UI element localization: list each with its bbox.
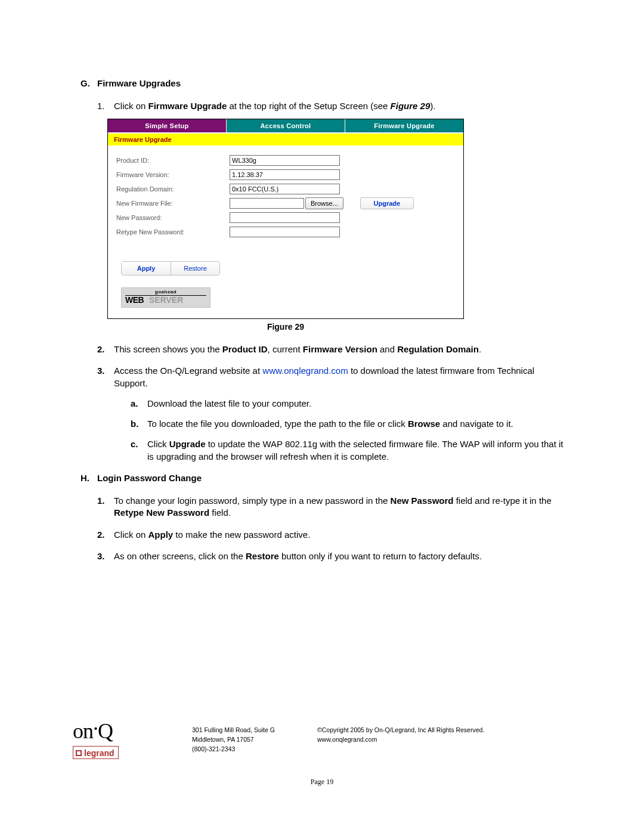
restore-button[interactable]: Restore — [171, 262, 219, 275]
text: As on other screens, click on the — [114, 551, 246, 561]
text: to update the WAP 802.11g with the selec… — [147, 439, 564, 461]
figure-caption: Figure 29 — [107, 321, 464, 333]
text-bold: Firmware Version — [303, 344, 377, 354]
legrand-text: legrand — [84, 748, 114, 758]
addr-phone: (800)-321-2343 — [192, 745, 317, 754]
label-new-firmware-file: New Firmware File: — [116, 199, 230, 208]
text: field. — [209, 507, 231, 518]
text-bold: New Password — [391, 496, 454, 506]
addr-line1: 301 Fulling Mill Road, Suite G — [192, 726, 317, 735]
text: at the top right of the Setup Screen (se… — [227, 101, 390, 111]
text: Download the latest file to your compute… — [147, 398, 311, 408]
label-firmware-version: Firmware Version: — [116, 171, 230, 179]
text: button only if you want to return to fac… — [279, 551, 482, 561]
onqlegrand-link[interactable]: www.onqlegrand.com — [262, 366, 348, 376]
input-retype-password[interactable] — [230, 227, 340, 237]
input-regulation-domain[interactable] — [230, 184, 340, 194]
text-bold: Restore — [246, 551, 279, 561]
server-text: SERVER — [149, 295, 183, 306]
tab-simple-setup[interactable]: Simple Setup — [108, 119, 226, 132]
g-step-3b: To locate the file you downloaded, type … — [131, 418, 569, 430]
g-step-3: Access the On-Q/Legrand website at www.o… — [97, 365, 569, 463]
text: Click — [147, 439, 169, 449]
text: , current — [268, 344, 303, 354]
g-step-2: This screen shows you the Product ID, cu… — [97, 343, 569, 355]
footer-address: 301 Fulling Mill Road, Suite G Middletow… — [192, 722, 317, 759]
panel-title: Firmware Upgrade — [108, 134, 463, 146]
text-bold: Retype New Password — [114, 507, 209, 518]
text-bold: Firmware Upgrade — [148, 101, 227, 111]
label-product-id: Product ID: — [116, 156, 230, 165]
text: to make the new password active. — [173, 529, 310, 540]
section-title: Firmware Upgrades — [97, 78, 181, 88]
apply-button[interactable]: Apply — [122, 262, 171, 275]
section-g-heading: G.Firmware Upgrades — [80, 78, 569, 89]
text: This screen shows you the — [114, 344, 222, 354]
text: To change your login password, simply ty… — [114, 496, 391, 506]
legrand-logo: legrand — [73, 746, 119, 759]
onq-logo: on·Q legrand — [73, 722, 192, 759]
label-retype-password: Retype New Password: — [116, 228, 230, 237]
text: Click on — [114, 101, 148, 111]
figure-ref: Figure 29 — [391, 101, 431, 111]
text-bold: Product ID — [222, 344, 268, 354]
input-new-password[interactable] — [230, 212, 340, 223]
tab-bar: Simple Setup Access Control Firmware Upg… — [108, 119, 463, 132]
copyright-text: ©Copyright 2005 by On-Q/Legrand, Inc All… — [317, 726, 571, 735]
tab-access-control[interactable]: Access Control — [227, 119, 345, 132]
text: and — [377, 344, 397, 354]
g-step-3a: Download the latest file to your compute… — [131, 398, 569, 410]
section-h-heading: H.Login Password Change — [80, 472, 569, 484]
text: Access the On-Q/Legrand website at — [114, 366, 262, 376]
text-bold: Regulation Domain — [397, 344, 479, 354]
h-step-3: As on other screens, click on the Restor… — [97, 550, 569, 562]
page-number: Page 19 — [0, 778, 644, 786]
h-step-2: Click on Apply to make the new password … — [97, 529, 569, 541]
text: and navigate to it. — [440, 419, 513, 429]
page-footer: on·Q legrand 301 Fulling Mill Road, Suit… — [73, 722, 571, 759]
input-new-firmware-file[interactable] — [230, 198, 304, 209]
tab-firmware-upgrade[interactable]: Firmware Upgrade — [345, 119, 463, 132]
addr-line2: Middletown, PA 17057 — [192, 735, 317, 745]
g-step-1: Click on Firmware Upgrade at the top rig… — [97, 100, 569, 112]
legrand-square-icon — [76, 750, 82, 756]
text-bold: Upgrade — [169, 439, 206, 449]
app-frame: Simple Setup Access Control Firmware Upg… — [107, 119, 464, 320]
text: field and re-type it in the — [453, 496, 551, 506]
onq-wordmark: on·Q — [73, 722, 192, 740]
upgrade-button[interactable]: Upgrade — [360, 197, 414, 209]
section-letter: H. — [80, 472, 97, 484]
h-step-1: To change your login password, simply ty… — [97, 495, 569, 519]
text: ). — [430, 101, 435, 111]
web-text: WEB — [125, 295, 144, 306]
label-regulation-domain: Regulation Domain: — [116, 185, 230, 194]
footer-copyright: ©Copyright 2005 by On-Q/Legrand, Inc All… — [317, 722, 571, 759]
input-product-id[interactable] — [230, 155, 340, 166]
text-bold: Browse — [408, 419, 440, 429]
text: To locate the file you downloaded, type … — [147, 419, 408, 429]
figure-29: Simple Setup Access Control Firmware Upg… — [107, 119, 569, 333]
text: . — [479, 344, 481, 354]
webserver-logo: goahead WEB SERVER — [121, 287, 210, 308]
footer-web: www.onqlegrand.com — [317, 735, 571, 745]
browse-button[interactable]: Browse... — [305, 197, 343, 209]
apply-restore-group: Apply Restore — [121, 261, 220, 275]
text-bold: Apply — [148, 529, 174, 540]
input-firmware-version[interactable] — [230, 169, 340, 180]
section-letter: G. — [80, 78, 97, 89]
section-title: Login Password Change — [97, 473, 202, 483]
text: Click on — [114, 529, 148, 540]
label-new-password: New Password: — [116, 213, 230, 222]
g-step-3c: Click Upgrade to update the WAP 802.11g … — [131, 438, 569, 463]
